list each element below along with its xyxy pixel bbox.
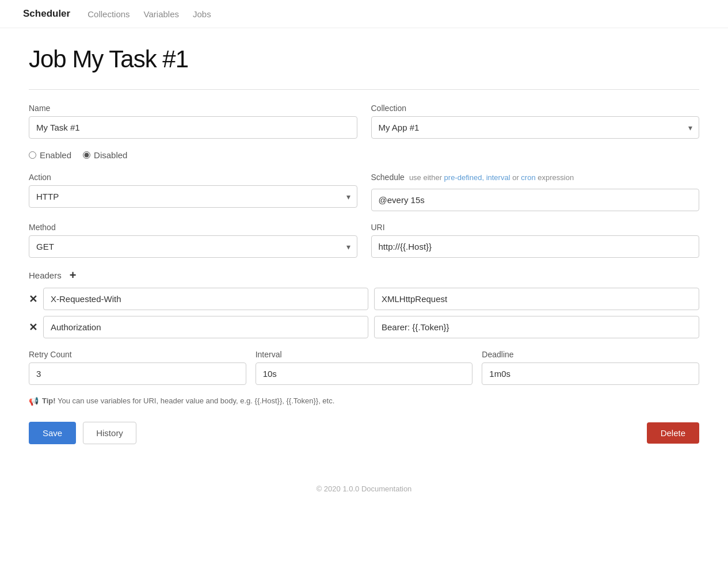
top-nav: Scheduler Collections Variables Jobs xyxy=(0,0,728,28)
tip-icon: 📢 xyxy=(29,396,39,406)
headers-title-row: Headers + xyxy=(29,269,699,281)
nav-brand: Scheduler xyxy=(23,8,70,20)
method-uri-row: Method GET POST PUT DELETE PATCH URI xyxy=(29,223,699,258)
name-label: Name xyxy=(29,104,357,113)
actions-row: Save History Delete xyxy=(29,422,699,444)
schedule-label-row: Schedule use either pre-defined, interva… xyxy=(371,173,700,185)
tip-body: You can use variables for URI, header va… xyxy=(58,396,334,405)
collection-select-wrapper: My App #1 xyxy=(371,116,700,139)
nav-variables[interactable]: Variables xyxy=(144,9,179,19)
predefined-link[interactable]: pre-defined, xyxy=(444,173,484,182)
retry-interval-deadline-row: Retry Count Interval Deadline xyxy=(29,350,699,385)
actions-left: Save History xyxy=(29,422,136,444)
tip-row: 📢 Tip! You can use variables for URI, he… xyxy=(29,396,699,406)
name-group: Name xyxy=(29,104,357,139)
schedule-group: Schedule use either pre-defined, interva… xyxy=(371,173,700,211)
retry-count-input[interactable] xyxy=(29,362,246,385)
nav-jobs[interactable]: Jobs xyxy=(193,9,211,19)
disabled-radio-label[interactable]: Disabled xyxy=(83,150,127,160)
schedule-hint-prefix: use either xyxy=(409,173,442,182)
collection-label: Collection xyxy=(371,104,700,113)
method-group: Method GET POST PUT DELETE PATCH xyxy=(29,223,357,258)
uri-group: URI xyxy=(371,223,700,258)
enabled-radio[interactable] xyxy=(29,151,36,159)
schedule-hint-suffix: expression xyxy=(538,173,574,182)
header-value-1[interactable] xyxy=(374,316,699,338)
retry-count-label: Retry Count xyxy=(29,350,246,359)
page-title: Job My Task #1 xyxy=(29,45,699,73)
interval-input[interactable] xyxy=(256,362,473,385)
header-value-0[interactable] xyxy=(374,288,699,310)
uri-label: URI xyxy=(371,223,700,232)
action-label: Action xyxy=(29,173,357,182)
save-button[interactable]: Save xyxy=(29,422,76,444)
status-radio-group: Enabled Disabled xyxy=(29,150,699,160)
retry-count-group: Retry Count xyxy=(29,350,246,385)
enabled-label-text: Enabled xyxy=(40,150,71,160)
interval-link[interactable]: interval xyxy=(486,173,510,182)
footer: © 2020 1.0.0 Documentation xyxy=(0,484,728,505)
schedule-input[interactable] xyxy=(371,189,700,211)
deadline-input[interactable] xyxy=(482,362,699,385)
schedule-hint-or: or xyxy=(512,173,519,182)
name-input[interactable] xyxy=(29,116,357,139)
deadline-label: Deadline xyxy=(482,350,699,359)
add-header-button[interactable]: + xyxy=(67,269,79,281)
action-select-wrapper: HTTP xyxy=(29,185,357,208)
method-select[interactable]: GET POST PUT DELETE PATCH xyxy=(29,235,357,258)
schedule-label: Schedule xyxy=(371,173,405,182)
header-row-1: ✕ xyxy=(29,316,699,338)
action-select[interactable]: HTTP xyxy=(29,185,357,208)
schedule-hint: use either pre-defined, interval or cron… xyxy=(409,173,574,182)
nav-links: Collections Variables Jobs xyxy=(87,9,211,19)
disabled-radio[interactable] xyxy=(83,151,90,159)
remove-header-1-button[interactable]: ✕ xyxy=(29,322,37,333)
history-button[interactable]: History xyxy=(83,422,136,444)
divider xyxy=(29,89,699,90)
footer-text: © 2020 1.0.0 Documentation xyxy=(317,484,412,493)
tip-text: Tip! You can use variables for URI, head… xyxy=(42,396,334,405)
collection-select[interactable]: My App #1 xyxy=(371,116,700,139)
enabled-radio-label[interactable]: Enabled xyxy=(29,150,71,160)
disabled-label-text: Disabled xyxy=(94,150,127,160)
method-select-wrapper: GET POST PUT DELETE PATCH xyxy=(29,235,357,258)
uri-input[interactable] xyxy=(371,235,700,258)
action-group: Action HTTP xyxy=(29,173,357,211)
deadline-group: Deadline xyxy=(482,350,699,385)
header-row-0: ✕ xyxy=(29,288,699,310)
nav-collections[interactable]: Collections xyxy=(87,9,129,19)
interval-group: Interval xyxy=(256,350,473,385)
method-label: Method xyxy=(29,223,357,232)
headers-title: Headers xyxy=(29,270,62,280)
main-content: Job My Task #1 Name Collection My App #1… xyxy=(0,28,728,467)
name-collection-row: Name Collection My App #1 xyxy=(29,104,699,139)
interval-label: Interval xyxy=(256,350,473,359)
cron-link[interactable]: cron xyxy=(521,173,535,182)
collection-group: Collection My App #1 xyxy=(371,104,700,139)
header-key-0[interactable] xyxy=(43,288,368,310)
header-key-1[interactable] xyxy=(43,316,368,338)
action-schedule-row: Action HTTP Schedule use either pre-defi… xyxy=(29,173,699,211)
delete-button[interactable]: Delete xyxy=(647,422,699,444)
remove-header-0-button[interactable]: ✕ xyxy=(29,294,37,304)
headers-section: Headers + ✕ ✕ xyxy=(29,269,699,338)
tip-prefix: Tip! xyxy=(42,396,56,405)
